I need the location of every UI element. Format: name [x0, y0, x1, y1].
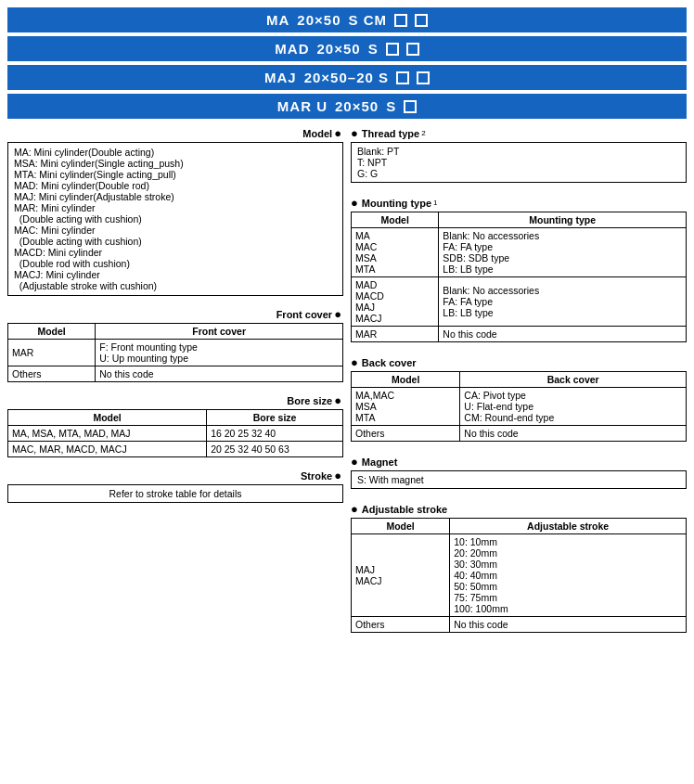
model-item-maj: MAJ: Mini cylinder(Adjustable stroke) — [14, 191, 337, 202]
as-row-maj: MAJ MACJ 10: 10mm 20: 20mm 30: 30mm 40: … — [352, 534, 687, 617]
adjustable-stroke-header: ● Adjustable stroke — [351, 502, 687, 516]
bore-row2-value: 20 25 32 40 50 63 — [207, 442, 343, 457]
model-bullet: ● — [334, 126, 341, 140]
mt-row-mad: MAD MACD MAJ MACJ Blank: No accessoriesF… — [352, 277, 687, 327]
model-box: MA: Mini cylinder(Double acting) MSA: Mi… — [7, 142, 343, 296]
adj-stroke-bullet: ● — [351, 502, 358, 516]
front-cover-mar-model: MAR — [8, 340, 96, 366]
bore-row1-value: 16 20 25 32 40 — [207, 426, 343, 442]
bore-col-model: Model — [8, 410, 207, 426]
mad-size: 20×50 — [317, 41, 361, 57]
thread-type-sup: 2 — [421, 129, 425, 137]
magnet-title: Magnet — [362, 456, 398, 468]
bc-col-model: Model — [352, 372, 460, 388]
model-title: Model — [302, 128, 332, 139]
maru-suffix: S — [386, 98, 396, 114]
stroke-header: Stroke ● — [7, 469, 343, 482]
mad-label: MAD — [275, 41, 309, 57]
thread-g: G: G — [357, 168, 680, 179]
stroke-section: Stroke ● Refer to stroke table for detai… — [7, 469, 343, 503]
mt-ma-value: Blank: No accessoriesFA: FA typeSDB: SDB… — [439, 228, 687, 277]
mt-mad-model: MAD MACD MAJ MACJ — [352, 277, 439, 327]
right-column: ● Thread type 2 Blank: PT T: NPT G: G ● … — [351, 126, 687, 638]
ma-label: MA — [266, 12, 289, 28]
maj-checkbox-2 — [417, 71, 430, 84]
front-cover-col-model: Model — [8, 324, 96, 340]
mad-checkbox-2 — [406, 43, 419, 56]
mounting-type-section: ● Mounting type 1 Model Mounting type MA… — [351, 196, 687, 342]
ma-size: 20×50 — [297, 12, 341, 28]
mad-suffix: S — [368, 41, 379, 57]
bore-row2-model: MAC, MAR, MACD, MACJ — [8, 442, 207, 457]
bc-others-value: No this code — [460, 426, 687, 442]
bore-size-section: Bore size ● Model Bore size MA, MSA, MTA… — [7, 393, 343, 457]
header-maru: MAR U 20×50 S — [7, 94, 687, 119]
thread-type-section: ● Thread type 2 Blank: PT T: NPT G: G — [351, 126, 687, 183]
stroke-bullet: ● — [334, 469, 341, 482]
back-cover-section: ● Back cover Model Back cover MA,MAC MSA… — [351, 355, 687, 442]
model-header: Model ● — [7, 126, 343, 140]
mounting-type-table: Model Mounting type MA MAC MSA MTA Blank… — [351, 212, 687, 342]
front-cover-others-value: No this code — [96, 366, 343, 382]
bore-size-table: Model Bore size MA, MSA, MTA, MAD, MAJ 1… — [7, 409, 343, 457]
thread-type-title: Thread type — [362, 128, 419, 139]
left-column: Model ● MA: Mini cylinder(Double acting)… — [7, 126, 343, 638]
header-rows: MA 20×50 S CM MAD 20×50 S MAJ 20×50–20 S… — [7, 7, 687, 119]
front-cover-table: Model Front cover MAR F: Front mounting … — [7, 323, 343, 382]
mounting-type-header: ● Mounting type 1 — [351, 196, 687, 210]
model-item-macd: MACD: Mini cylinder (Double rod with cus… — [14, 247, 337, 269]
ma-checkbox-1 — [394, 14, 407, 27]
bore-size-title: Bore size — [287, 395, 332, 406]
adj-stroke-title: Adjustable stroke — [362, 504, 447, 515]
as-maj-model: MAJ MACJ — [352, 534, 450, 617]
front-cover-header: Front cover ● — [7, 307, 343, 321]
ma-checkbox-2 — [415, 14, 428, 27]
maj-size: 20×50–20 S — [304, 70, 389, 85]
back-cover-table: Model Back cover MA,MAC MSA MTA CA: Pivo… — [351, 371, 687, 442]
front-cover-title: Front cover — [276, 309, 333, 320]
model-item-msa: MSA: Mini cylinder(Single acting_push) — [14, 158, 337, 169]
as-maj-value: 10: 10mm 20: 20mm 30: 30mm 40: 40mm 50: … — [450, 534, 687, 617]
front-cover-others-model: Others — [8, 366, 96, 382]
model-item-mta: MTA: Mini cylinder(Single acting_pull) — [14, 169, 337, 180]
mounting-type-title: Mounting type — [362, 198, 431, 209]
model-item-mad: MAD: Mini cylinder(Double rod) — [14, 180, 337, 191]
mt-ma-model: MA MAC MSA MTA — [352, 228, 439, 277]
mt-row-ma: MA MAC MSA MTA Blank: No accessoriesFA: … — [352, 228, 687, 277]
as-others-value: No this code — [450, 617, 687, 633]
maj-checkbox-1 — [396, 71, 409, 84]
bore-col-size: Bore size — [207, 410, 343, 426]
content-area: Model ● MA: Mini cylinder(Double acting)… — [7, 126, 687, 638]
bore-row-1: MA, MSA, MTA, MAD, MAJ 16 20 25 32 40 — [8, 426, 343, 442]
thread-blank: Blank: PT — [357, 146, 680, 157]
stroke-note: Refer to stroke table for details — [7, 484, 343, 503]
mt-mad-value: Blank: No accessoriesFA: FA typeLB: LB t… — [439, 277, 687, 327]
mt-col-model: Model — [352, 212, 439, 228]
mounting-type-sup: 1 — [433, 199, 437, 207]
thread-type-box: Blank: PT T: NPT G: G — [351, 142, 687, 183]
model-section: Model ● MA: Mini cylinder(Double acting)… — [7, 126, 343, 296]
bc-ma-model: MA,MAC MSA MTA — [352, 388, 460, 426]
maru-checkbox-1 — [404, 100, 417, 113]
model-item-mar: MAR: Mini cylinder (Double acting with c… — [14, 202, 337, 225]
front-cover-col-type: Front cover — [96, 324, 343, 340]
bc-ma-value: CA: Pivot typeU: Flat-end typeCM: Round-… — [460, 388, 687, 426]
maj-label: MAJ — [264, 70, 297, 85]
front-cover-bullet: ● — [334, 307, 341, 321]
as-others-model: Others — [352, 617, 450, 633]
as-col-stroke: Adjustable stroke — [450, 519, 687, 534]
stroke-title: Stroke — [301, 470, 332, 482]
bore-row1-model: MA, MSA, MTA, MAD, MAJ — [8, 426, 207, 442]
magnet-bullet: ● — [351, 455, 358, 469]
bore-size-bullet: ● — [334, 393, 341, 407]
mounting-type-bullet: ● — [351, 196, 358, 210]
bc-row-others: Others No this code — [352, 426, 687, 442]
maru-size: 20×50 — [335, 98, 379, 114]
bore-size-header: Bore size ● — [7, 393, 343, 407]
maru-label: MAR U — [277, 98, 328, 114]
back-cover-header: ● Back cover — [351, 355, 687, 369]
bc-col-type: Back cover — [460, 372, 687, 388]
header-ma: MA 20×50 S CM — [7, 7, 687, 32]
bore-row-2: MAC, MAR, MACD, MACJ 20 25 32 40 50 63 — [8, 442, 343, 457]
front-cover-section: Front cover ● Model Front cover MAR F: F… — [7, 307, 343, 382]
